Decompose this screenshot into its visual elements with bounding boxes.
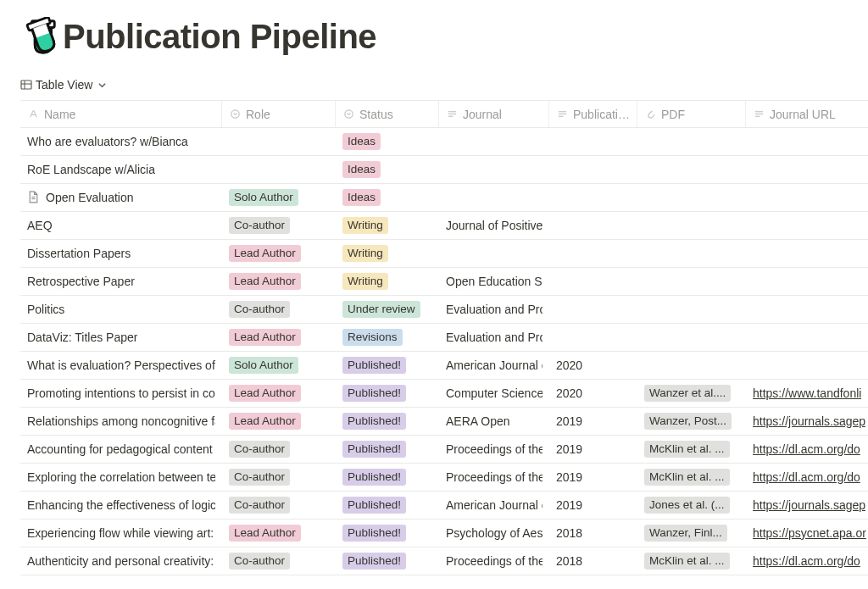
- table-row[interactable]: What is evaluation? Perspectives of hSol…: [20, 352, 868, 380]
- journal-url-link[interactable]: https://www.tandfonli: [753, 386, 861, 400]
- table-row[interactable]: RoE Landscape w/AliciaIdeas: [20, 156, 868, 184]
- cell-journal[interactable]: Psychology of Aest: [439, 520, 549, 547]
- cell-status[interactable]: Ideas: [336, 156, 439, 183]
- cell-role[interactable]: [222, 156, 336, 183]
- journal-url-link[interactable]: https://journals.sagep: [753, 414, 865, 428]
- cell-journal-url[interactable]: [746, 296, 868, 323]
- cell-name[interactable]: AEQ: [20, 212, 222, 239]
- pdf-attachment[interactable]: Wanzer, Finl...: [644, 525, 727, 542]
- cell-role[interactable]: Co-author: [222, 436, 336, 463]
- cell-publication[interactable]: [549, 156, 637, 183]
- cell-journal[interactable]: [439, 156, 549, 183]
- cell-publication[interactable]: 2019: [549, 492, 637, 519]
- cell-pdf[interactable]: Wanzer, Post...: [637, 408, 746, 435]
- cell-journal-url[interactable]: https://dl.acm.org/do: [746, 436, 868, 463]
- journal-url-link[interactable]: https://dl.acm.org/do: [753, 442, 860, 456]
- cell-publication[interactable]: 2020: [549, 380, 637, 407]
- cell-status[interactable]: Published!: [336, 380, 439, 407]
- cell-status[interactable]: Writing: [336, 212, 439, 239]
- pdf-attachment[interactable]: McKlin et al. ...: [644, 441, 730, 458]
- cell-status[interactable]: Writing: [336, 240, 439, 267]
- cell-status[interactable]: Published!: [336, 408, 439, 435]
- cell-journal-url[interactable]: [746, 156, 868, 183]
- table-row[interactable]: Relationships among noncognitive faLead …: [20, 408, 868, 436]
- cell-journal-url[interactable]: [746, 128, 868, 155]
- cell-publication[interactable]: [549, 128, 637, 155]
- cell-status[interactable]: Published!: [336, 464, 439, 491]
- journal-url-link[interactable]: https://dl.acm.org/do: [753, 470, 860, 484]
- cell-status[interactable]: Ideas: [336, 128, 439, 155]
- cell-role[interactable]: Co-author: [222, 492, 336, 519]
- cell-journal-url[interactable]: https://psycnet.apa.or: [746, 520, 868, 547]
- cell-name[interactable]: Relationships among noncognitive fa: [20, 408, 222, 435]
- cell-journal-url[interactable]: https://journals.sagep: [746, 408, 868, 435]
- table-row[interactable]: Authenticity and personal creativity:Co-…: [20, 547, 868, 575]
- cell-publication[interactable]: [549, 268, 637, 295]
- cell-pdf[interactable]: McKlin et al. ...: [637, 464, 746, 491]
- pdf-attachment[interactable]: McKlin et al. ...: [644, 469, 730, 486]
- cell-name[interactable]: What is evaluation? Perspectives of h: [20, 352, 222, 379]
- cell-status[interactable]: Writing: [336, 268, 439, 295]
- cell-journal-url[interactable]: [746, 324, 868, 351]
- cell-journal[interactable]: [439, 240, 549, 267]
- cell-role[interactable]: Lead Author: [222, 380, 336, 407]
- cell-name[interactable]: RoE Landscape w/Alicia: [20, 156, 222, 183]
- cell-publication[interactable]: 2018: [549, 520, 637, 547]
- cell-journal[interactable]: Proceedings of the: [439, 547, 549, 575]
- cell-journal[interactable]: American Journal o: [439, 492, 549, 519]
- cell-role[interactable]: Lead Author: [222, 324, 336, 351]
- pdf-attachment[interactable]: McKlin et al. ...: [644, 553, 730, 570]
- cell-name[interactable]: Exploring the correlation between te: [20, 464, 222, 491]
- cell-publication[interactable]: 2019: [549, 436, 637, 463]
- journal-url-link[interactable]: https://journals.sagep: [753, 498, 865, 512]
- cell-journal[interactable]: Evaluation and Pro: [439, 324, 549, 351]
- cell-pdf[interactable]: McKlin et al. ...: [637, 436, 746, 463]
- cell-journal[interactable]: Computer Science: [439, 380, 549, 407]
- cell-journal-url[interactable]: [746, 240, 868, 267]
- cell-journal[interactable]: AERA Open: [439, 408, 549, 435]
- cell-publication[interactable]: [549, 240, 637, 267]
- cell-status[interactable]: Published!: [336, 436, 439, 463]
- cell-journal[interactable]: [439, 128, 549, 155]
- cell-status[interactable]: Revisions: [336, 324, 439, 351]
- cell-name[interactable]: Accounting for pedagogical content: [20, 436, 222, 463]
- pdf-attachment[interactable]: Wanzer, Post...: [644, 413, 732, 430]
- cell-name[interactable]: Experiencing flow while viewing art:: [20, 520, 222, 547]
- cell-pdf[interactable]: [637, 128, 746, 155]
- cell-name[interactable]: Politics: [20, 296, 222, 323]
- column-header-journal-url[interactable]: Journal URL: [746, 101, 868, 127]
- cell-pdf[interactable]: [637, 324, 746, 351]
- cell-journal[interactable]: American Journal o: [439, 352, 549, 379]
- column-header-journal[interactable]: Journal: [439, 101, 549, 127]
- cell-role[interactable]: Lead Author: [222, 520, 336, 547]
- cell-name[interactable]: Authenticity and personal creativity:: [20, 547, 222, 575]
- cell-name[interactable]: Enhancing the effectiveness of logic: [20, 492, 222, 519]
- cell-journal-url[interactable]: [746, 352, 868, 379]
- cell-pdf[interactable]: [637, 240, 746, 267]
- cell-role[interactable]: Co-author: [222, 464, 336, 491]
- cell-role[interactable]: Solo Author: [222, 352, 336, 379]
- table-row[interactable]: Exploring the correlation between teCo-a…: [20, 464, 868, 492]
- cell-journal-url[interactable]: [746, 268, 868, 295]
- cell-role[interactable]: Co-author: [222, 212, 336, 239]
- cell-publication[interactable]: 2019: [549, 464, 637, 491]
- cell-pdf[interactable]: [637, 212, 746, 239]
- cell-journal-url[interactable]: https://www.tandfonli: [746, 380, 868, 407]
- cell-pdf[interactable]: Wanzer et al....: [637, 380, 746, 407]
- cell-pdf[interactable]: [637, 156, 746, 183]
- cell-journal[interactable]: Journal of Positive: [439, 212, 549, 239]
- cell-journal-url[interactable]: https://dl.acm.org/do: [746, 547, 868, 575]
- cell-pdf[interactable]: [637, 268, 746, 295]
- cell-journal-url[interactable]: https://dl.acm.org/do: [746, 464, 868, 491]
- column-header-pdf[interactable]: PDF: [637, 101, 746, 127]
- table-row[interactable]: PoliticsCo-authorUnder reviewEvaluation …: [20, 296, 868, 324]
- table-row[interactable]: Who are evaluators? w/BiancaIdeas: [20, 128, 868, 156]
- journal-url-link[interactable]: https://dl.acm.org/do: [753, 554, 860, 568]
- cell-role[interactable]: Co-author: [222, 296, 336, 323]
- cell-status[interactable]: Published!: [336, 492, 439, 519]
- table-row[interactable]: Retrospective PaperLead AuthorWritingOpe…: [20, 268, 868, 296]
- cell-name[interactable]: DataViz: Titles Paper: [20, 324, 222, 351]
- column-header-role[interactable]: Role: [222, 101, 336, 127]
- table-row[interactable]: Open EvaluationSolo AuthorIdeas: [20, 184, 868, 212]
- column-header-status[interactable]: Status: [336, 101, 439, 127]
